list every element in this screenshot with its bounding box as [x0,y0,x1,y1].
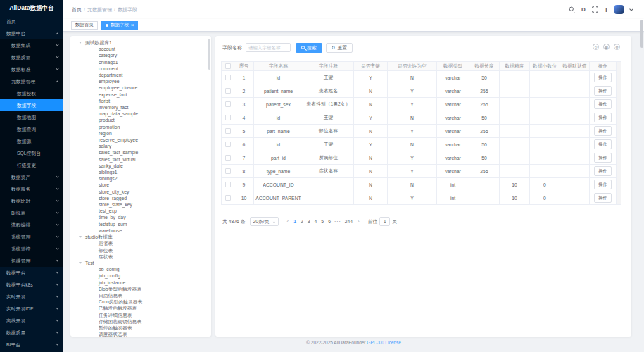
row-action-button[interactable]: 操作 [594,180,612,189]
tab-active[interactable]: 数据字段× [101,21,138,30]
tree-table-node[interactable]: inventory_fact [79,104,207,111]
search-icon[interactable] [569,6,575,13]
page-number[interactable]: 4 [312,219,320,224]
tree-table-node[interactable]: sales_fact_virtual [79,156,207,163]
tree-table-node[interactable]: category [79,52,207,58]
row-checkbox[interactable] [225,195,231,201]
sidebar-item[interactable]: 元数据管理 [0,75,63,87]
tree-table-node[interactable]: siblings2 [79,175,207,182]
page-size-select[interactable]: 20条/页 [250,217,279,226]
page-number[interactable]: 1 [291,219,298,224]
select-all-checkbox[interactable] [225,63,231,69]
row-checkbox[interactable] [225,155,231,161]
tree-table-node[interactable]: test_exp [79,208,207,214]
fullscreen-icon[interactable] [592,6,598,13]
tree-table-node[interactable]: 患者表 [79,240,207,246]
tree-table-node[interactable]: department [79,72,207,78]
row-action-button[interactable]: 操作 [594,166,612,176]
tree-table-node[interactable]: Cron类型的触发器表 [79,298,207,305]
tree-table-node[interactable]: store [79,182,207,188]
sidebar-item[interactable]: 数据资产 [0,171,63,183]
sidebar-item[interactable]: SQL控制台 [0,147,63,159]
table-scrollbar[interactable] [617,61,621,205]
page-number[interactable]: 5 [319,219,326,224]
tree-table-node[interactable]: product [79,117,207,123]
sidebar-item[interactable]: 数据集成 [0,39,63,51]
sidebar-item[interactable]: 实时开发 [0,291,63,303]
sidebar-item[interactable]: 数据源 [0,135,63,147]
search-input[interactable] [246,43,291,52]
tree-table-node[interactable]: 已触发的触发器表 [79,305,207,311]
sidebar-item[interactable]: 系统管理 [0,231,63,243]
sidebar-item[interactable]: 行级变更 [0,159,63,171]
reset-button[interactable]: ↻ 重置 [326,43,353,53]
tree-table-node[interactable]: 日历信息表 [79,292,207,298]
tree-table-node[interactable]: store_city_key [79,189,207,195]
docs-icon[interactable]: D [581,6,586,13]
license-link[interactable]: GPL-3.0 License [367,340,400,345]
tree-table-node[interactable]: 部位表 [79,247,207,253]
row-action-button[interactable]: 操作 [594,73,612,82]
tree-table-node[interactable]: 调度器状态表 [79,331,207,337]
sidebar-item[interactable]: 首页 [0,15,63,27]
tree-table-node[interactable]: account [79,46,207,52]
row-action-button[interactable]: 操作 [594,86,612,96]
sidebar-item[interactable]: 数据地图 [0,111,63,123]
row-action-button[interactable]: 操作 [594,153,612,163]
tree-table-node[interactable]: time_by_day [79,214,207,220]
tree-table-node[interactable]: map_data_sample [79,111,207,117]
tree-table-node[interactable]: region [79,130,207,137]
close-icon[interactable]: × [131,23,134,27]
tree-table-node[interactable]: store_state_key [79,201,207,208]
goto-page-input[interactable] [379,217,390,226]
sidebar-item[interactable]: 数据标准 [0,63,63,75]
pages-ellipsis-icon[interactable]: ··· [333,219,343,224]
sidebar-item[interactable]: BI平台 [0,339,63,351]
tree-table-node[interactable]: warehouse [79,227,207,234]
sidebar-item[interactable]: 数据查询 [0,123,63,135]
refresh-icon[interactable]: ↻ [593,44,599,50]
prev-page-button[interactable]: ‹ [284,218,292,225]
row-checkbox[interactable] [225,182,231,187]
tree-table-node[interactable]: 症状表 [79,253,207,260]
row-action-button[interactable]: 操作 [594,113,612,122]
sidebar-item[interactable]: 数据平台 [0,267,63,279]
row-checkbox[interactable] [225,128,231,134]
row-checkbox[interactable] [225,88,231,94]
sidebar-item[interactable]: 数据授权 [0,87,63,99]
tab-item[interactable]: 数据首页 [71,21,98,30]
row-action-button[interactable]: 操作 [594,139,612,149]
sidebar-item[interactable]: 数据平台k8s [0,279,63,291]
chevron-down-icon[interactable] [629,7,633,11]
font-size-icon[interactable]: T [605,6,608,13]
tree-table-node[interactable]: 暂停的触发器表 [79,325,207,331]
sidebar-item[interactable]: 运维管理 [0,255,63,267]
avatar[interactable] [614,5,624,14]
page-number[interactable]: 3 [305,219,312,224]
tree-table-node[interactable]: expense_fact [79,92,207,98]
tree-table-node[interactable]: chinago1 [79,59,207,65]
tree-table-node[interactable]: siblings1 [79,169,207,175]
tree-table-node[interactable]: db_config [79,266,207,272]
tree-table-node[interactable]: job_instance [79,279,207,286]
tree-table-node[interactable]: 存储的悲观锁信息表 [79,318,207,325]
row-action-button[interactable]: 操作 [594,193,612,203]
row-action-button[interactable]: 操作 [594,126,612,136]
row-checkbox[interactable] [225,115,231,120]
tree-table-node[interactable]: sales_fact_sample [79,149,207,156]
page-scrollbar[interactable] [640,20,643,48]
settings-icon[interactable]: ⚙ [614,44,620,50]
sidebar-item[interactable]: 数据质量 [0,51,63,63]
page-number-last[interactable]: 244 [343,219,355,224]
sidebar-item[interactable]: BI报表 [0,207,63,219]
row-checkbox[interactable] [225,142,231,147]
sidebar-item[interactable]: 离线开发 [0,315,63,327]
columns-icon[interactable]: ▦ [603,44,610,50]
tree-scrollbar[interactable] [208,39,210,70]
sidebar-item[interactable]: 数据比对 [0,195,63,207]
tree-table-node[interactable]: employee [79,78,207,84]
page-number[interactable]: 2 [298,219,305,224]
tree-root-node[interactable]: studio数据库 [79,234,207,240]
tree-table-node[interactable]: job_config [79,272,207,279]
sidebar-item[interactable]: 数据字段 [0,99,63,111]
